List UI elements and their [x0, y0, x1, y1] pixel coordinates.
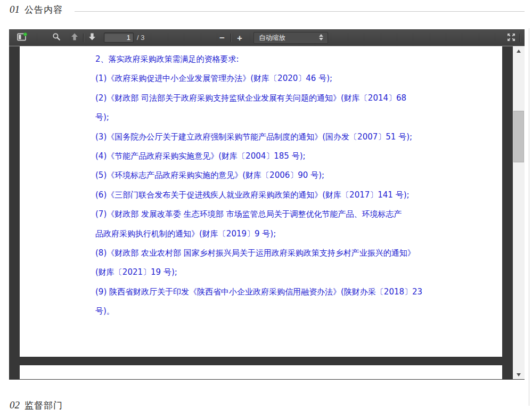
page-count-label: / 3 [137, 34, 144, 42]
zoom-mode-select[interactable]: 自动缩放 [253, 32, 328, 44]
pdf-viewer-canvas-area: 2、落实政府采购政策需满足的资格要求:(1)《政府采购促进中小企业发展管理办法》… [9, 46, 525, 379]
search-icon [52, 32, 61, 43]
pdf-toolbar: / 3 − + 自动缩放 [9, 29, 525, 46]
document-line: (财库〔2021〕19 号); [95, 263, 502, 282]
section-divider-line [75, 11, 525, 12]
arrow-down-icon [88, 32, 96, 43]
section-title: 监督部门 [24, 399, 63, 410]
minus-icon: − [219, 34, 225, 43]
document-line: (7)《财政部 发展改革委 生态环境部 市场监管总局关于调整优化节能产品、环境标… [95, 204, 502, 224]
document-line: 品政府采购执行机制的通知》(财库〔2019〕9 号); [95, 224, 502, 243]
triangle-down-icon [517, 373, 521, 376]
chevron-up-down-icon [319, 34, 323, 40]
section-heading-supervision: 02 监督部门 [10, 399, 63, 410]
pdf-viewer: / 3 − + 自动缩放 [9, 29, 525, 380]
pdf-page-2-top-edge [20, 365, 502, 379]
toolbar-separator [520, 34, 520, 42]
document-line: (1)《政府采购促进中小企业发展管理办法》(财库〔2020〕46 号); [95, 69, 502, 88]
document-line: (9) 陕西省财政厅关于印发《陕西省中小企业政府采购信用融资办法》(陕财办采〔2… [95, 282, 502, 301]
scrollbar-down-arrow[interactable] [513, 370, 525, 379]
document-text-block: 2、落实政府采购政策需满足的资格要求:(1)《政府采购促进中小企业发展管理办法》… [20, 46, 502, 321]
document-line: (2)《财政部 司法部关于政府采购支持监狱企业发展有关问题的通知》(财库〔201… [95, 88, 502, 108]
document-line: (6)《三部门联合发布关于促进残疾人就业政府采购政策的通知》(财库〔2017〕1… [95, 185, 502, 204]
triangle-up-icon [517, 50, 521, 53]
document-line: (8)《财政部 农业农村部 国家乡村振兴局关于运用政府采购政策支持乡村产业振兴的… [95, 243, 502, 263]
search-button[interactable] [49, 31, 64, 45]
section-title: 公告内容 [24, 4, 63, 16]
section-number: 02 [10, 399, 20, 410]
document-line: 号); [95, 108, 502, 127]
zoom-out-button[interactable]: − [215, 31, 230, 45]
plus-icon: + [237, 34, 242, 43]
zoom-in-button[interactable]: + [232, 31, 247, 45]
document-line: 2、落实政府采购政策需满足的资格要求: [95, 50, 502, 69]
scrollbar-up-arrow[interactable] [513, 46, 525, 55]
document-line: (5)《环境标志产品政府采购实施的意见》(财库〔2006〕90 号); [95, 166, 502, 185]
section-heading-announcement: 01 公告内容 [10, 4, 63, 16]
document-line: 号)。 [95, 301, 502, 321]
previous-page-button[interactable] [67, 31, 82, 45]
fullscreen-icon [507, 33, 515, 43]
arrow-up-icon [70, 32, 79, 43]
next-page-button[interactable] [85, 31, 100, 45]
page-number-input[interactable] [104, 32, 134, 43]
zoom-mode-value: 自动缩放 [254, 34, 285, 43]
presentation-mode-button[interactable] [504, 31, 519, 45]
toolbar-separator [231, 34, 231, 42]
scrollbar-thumb[interactable] [513, 111, 524, 162]
sidebar-toggle-button[interactable] [14, 31, 29, 45]
document-line: (3)《国务院办公厅关于建立政府强制采购节能产品制度的通知》(国办发〔2007〕… [95, 127, 502, 146]
toolbar-separator [83, 34, 84, 42]
content-right-border [529, 28, 529, 406]
section-number: 01 [10, 4, 20, 15]
document-line: (4)《节能产品政府采购实施意见》(财库〔2004〕185 号); [95, 146, 502, 166]
notification-dot-icon [23, 32, 27, 36]
pdf-page-1: 2、落实政府采购政策需满足的资格要求:(1)《政府采购促进中小企业发展管理办法》… [20, 46, 502, 357]
vertical-scrollbar[interactable] [513, 46, 525, 379]
